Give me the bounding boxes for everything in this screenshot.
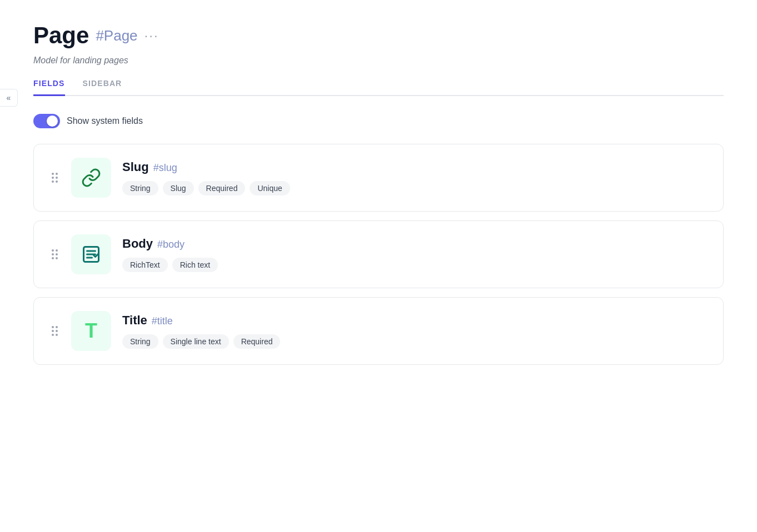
drag-dot — [56, 177, 58, 179]
body-badges: RichText Rich text — [122, 258, 708, 272]
badge-required: Required — [198, 181, 246, 195]
page-description: Model for landing pages — [33, 56, 724, 66]
page-header: Page #Page ··· Model for landing pages — [33, 22, 724, 66]
badge-single-line-text: Single line text — [163, 334, 229, 349]
more-options-button[interactable]: ··· — [145, 28, 159, 43]
drag-dot — [52, 326, 54, 328]
drag-dot — [52, 253, 54, 255]
drag-dot — [52, 334, 54, 336]
title-badges: String Single line text Required — [122, 334, 708, 349]
title-title-row: Title #title — [122, 313, 708, 328]
title-field-info: Title #title String Single line text Req… — [122, 313, 708, 349]
body-field-info: Body #body RichText Rich text — [122, 237, 708, 272]
page-hash: #Page — [96, 27, 137, 44]
slug-title-row: Slug #slug — [122, 160, 708, 174]
richtext-icon — [81, 244, 101, 264]
system-fields-toggle-row: Show system fields — [33, 114, 724, 128]
badge-string: String — [122, 181, 158, 195]
drag-dot — [56, 257, 58, 259]
badge-string-2: String — [122, 334, 158, 349]
drag-dot — [52, 257, 54, 259]
tabs: FIELDS SIDEBAR — [33, 79, 724, 96]
body-field-hash: #body — [157, 239, 185, 250]
drag-dot — [56, 334, 58, 336]
title-field-hash: #title — [152, 315, 173, 327]
drag-dot — [52, 177, 54, 179]
drag-dot — [52, 180, 54, 183]
field-card-body[interactable]: Body #body RichText Rich text — [33, 220, 724, 288]
badge-richtext: RichText — [122, 258, 168, 272]
page-title: Page — [33, 22, 89, 49]
tab-sidebar[interactable]: SIDEBAR — [83, 79, 122, 96]
slug-badges: String Slug Required Unique — [122, 181, 708, 195]
drag-dot — [56, 253, 58, 255]
slug-field-name: Slug — [122, 160, 149, 174]
slug-field-hash: #slug — [153, 162, 177, 174]
toggle-knob — [47, 116, 58, 127]
badge-unique: Unique — [250, 181, 290, 195]
drag-handle-title[interactable] — [49, 324, 60, 338]
slug-field-info: Slug #slug String Slug Required Unique — [122, 160, 708, 195]
toggle-label: Show system fields — [67, 116, 143, 126]
drag-dot — [52, 173, 54, 175]
badge-required-2: Required — [233, 334, 281, 349]
drag-handle-body[interactable] — [49, 247, 60, 262]
badge-rich-text: Rich text — [172, 258, 218, 272]
body-title-row: Body #body — [122, 237, 708, 251]
field-card-slug[interactable]: Slug #slug String Slug Required Unique — [33, 144, 724, 212]
body-field-icon — [71, 234, 111, 274]
drag-dot — [56, 249, 58, 252]
collapse-icon: « — [7, 93, 11, 102]
tab-fields[interactable]: FIELDS — [33, 79, 65, 96]
main-container: « Page #Page ··· Model for landing pages… — [0, 0, 757, 396]
page-title-row: Page #Page ··· — [33, 22, 724, 49]
text-t-icon: T — [85, 319, 97, 343]
field-card-title[interactable]: T Title #title String Single line text R… — [33, 297, 724, 365]
badge-slug: Slug — [163, 181, 194, 195]
drag-handle-slug[interactable] — [49, 170, 60, 185]
link-icon — [81, 168, 101, 188]
drag-dot — [56, 330, 58, 332]
drag-dot — [56, 326, 58, 328]
slug-field-icon — [71, 158, 111, 198]
drag-dot — [52, 249, 54, 252]
drag-dot — [52, 330, 54, 332]
drag-dot — [56, 173, 58, 175]
title-field-icon: T — [71, 311, 111, 351]
system-fields-toggle[interactable] — [33, 114, 60, 128]
collapse-button[interactable]: « — [0, 89, 18, 107]
body-field-name: Body — [122, 237, 153, 251]
drag-dot — [56, 180, 58, 183]
title-field-name: Title — [122, 313, 147, 328]
